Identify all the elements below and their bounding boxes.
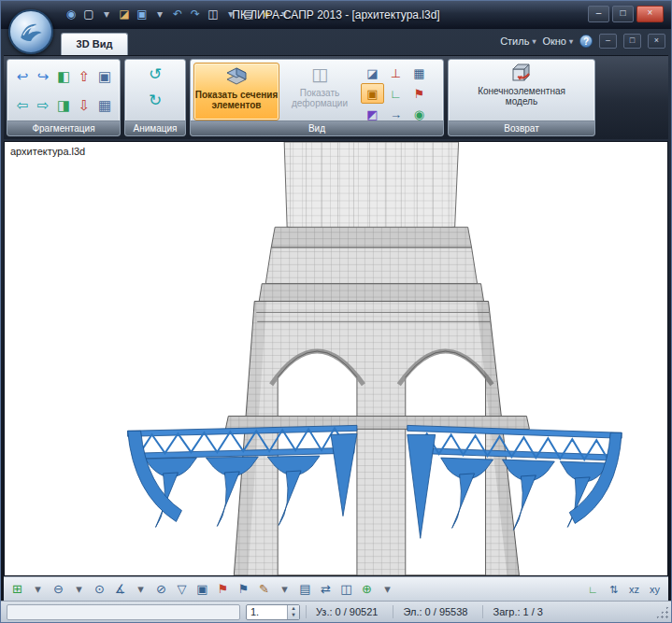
style-menu[interactable]: Стиль ▾: [500, 35, 536, 47]
arrow-view-icon[interactable]: →: [384, 104, 407, 120]
group-animation: ↺ ↻ Анимация: [124, 59, 186, 136]
child-minimize-button[interactable]: –: [599, 34, 617, 49]
cube-bottom-icon[interactable]: ▦: [94, 92, 115, 120]
isometry-cube-icon[interactable]: ◪: [361, 63, 384, 83]
chevron-down-icon: ▾: [569, 37, 573, 46]
model-file-label: архитектура.l3d: [10, 146, 85, 157]
window-controls: – □ ×: [588, 6, 664, 22]
flag-blue-icon[interactable]: ⚑: [234, 580, 253, 599]
zoom-out-icon[interactable]: ⊖: [49, 580, 68, 599]
move-down-icon[interactable]: ⇩: [74, 92, 94, 120]
viewport-canvas[interactable]: архитектура.l3d: [4, 141, 668, 576]
minimize-button[interactable]: –: [588, 6, 609, 22]
app-mini-icon[interactable]: ◉: [63, 6, 79, 22]
redo-fragment-icon[interactable]: ↪: [33, 63, 53, 92]
nodes-count: Уз.: 0 / 90521: [306, 605, 387, 618]
group-label-return: Возврат: [449, 120, 594, 135]
new-document-icon[interactable]: ▢: [80, 6, 97, 22]
chevron-down-icon: ▾: [532, 37, 536, 46]
flag-red-icon[interactable]: ⚑: [213, 580, 233, 599]
cube-filter-icon[interactable]: ▣: [193, 580, 212, 599]
window-title: ПК ЛИРА-САПР 2013 - [архитектура.l3d]: [113, 8, 559, 21]
global-axes-icon[interactable]: ⊥: [384, 63, 407, 83]
render-icon[interactable]: ◉: [407, 104, 431, 120]
right-truss: [407, 425, 622, 538]
clear-filter-icon[interactable]: ⊘: [151, 580, 171, 599]
group-view: Показать сечения элементов ◫ Показать де…: [190, 59, 444, 136]
panels-icon[interactable]: ◫: [336, 580, 356, 599]
window-menu[interactable]: Окно ▾: [542, 35, 573, 47]
step-back-icon[interactable]: ⇦: [12, 92, 33, 120]
child-restore-button[interactable]: □: [623, 34, 641, 49]
spinner-up-icon[interactable]: ▴: [288, 605, 299, 612]
loads-count: Загр.: 1 / 3: [482, 605, 551, 618]
solid-cube-icon[interactable]: ▣: [361, 83, 384, 104]
deformation-cube-icon: ◫: [311, 64, 328, 86]
local-axes-icon[interactable]: ∟: [583, 580, 603, 599]
plane-xz-icon[interactable]: xz: [624, 580, 644, 599]
fe-model-button[interactable]: Конечноэлементная модель: [452, 62, 591, 120]
table-view-icon[interactable]: ▦: [407, 63, 431, 83]
local-axes-icon[interactable]: ∟: [384, 83, 407, 104]
status-message-field: [7, 604, 240, 620]
help-button[interactable]: ?: [579, 35, 593, 48]
resize-grip[interactable]: [655, 605, 669, 619]
move-up-icon[interactable]: ⇧: [74, 63, 94, 92]
measure-angle-icon[interactable]: ∡: [110, 580, 130, 599]
show-deformations-button[interactable]: ◫ Показать деформации: [281, 63, 358, 120]
ribbon-tab-row: 3D Вид Стиль ▾ Окно ▾ ? – □ ×: [1, 29, 671, 55]
group-fragmentation: ↩ ↪ ◧ ⇧ ▣ ⇦ ⇨ ◨ ⇩ ▦: [7, 59, 121, 136]
group-label-fragmentation: Фрагментация: [7, 120, 120, 135]
status-bar: 1. ▴ ▾ Уз.: 0 / 90521 Эл.: 0 / 95538 Заг…: [1, 601, 671, 622]
rotate-ccw-icon[interactable]: ↺: [149, 64, 162, 86]
spinner-down-icon[interactable]: ▾: [288, 612, 299, 618]
load-case-selector[interactable]: 1. ▴ ▾: [246, 604, 300, 620]
fe-model-cube-icon: [510, 62, 533, 84]
app-window: ◉ ▢ ▾ ◪ ▣ ▾ ↶ ↷ ◫ ▾ ▤ ★: [0, 0, 672, 623]
pencil-icon[interactable]: ✎: [254, 580, 274, 599]
pack-fragment-icon[interactable]: ⊞: [7, 580, 27, 599]
group-return: Конечноэлементная модель Возврат: [448, 59, 595, 136]
close-button[interactable]: ×: [636, 6, 664, 22]
ribbon: ↩ ↪ ◧ ⇧ ▣ ⇦ ⇨ ◨ ⇩ ▦: [4, 55, 668, 139]
view-toolbar: ⊞ ▾ ⊖ ▾ ⊙ ∡ ▾ ⊘ ▽ ▣ ⚑ ⚑: [4, 576, 668, 602]
list-icon[interactable]: ▤: [295, 580, 315, 599]
maximize-button[interactable]: □: [612, 6, 634, 22]
app-logo[interactable]: [8, 9, 53, 54]
cube-top-icon[interactable]: ▣: [94, 63, 115, 92]
pack-dropdown[interactable]: ▾: [28, 580, 48, 599]
show-sections-icon: [224, 64, 249, 88]
add-icon[interactable]: ⊕: [357, 580, 377, 599]
rotate-cw-icon[interactable]: ↻: [149, 90, 162, 112]
plane-xy-icon[interactable]: xy: [645, 580, 665, 599]
group-label-view: Вид: [191, 120, 443, 135]
model-3d-view[interactable]: [5, 142, 667, 575]
zoom-dropdown[interactable]: ▾: [69, 580, 89, 599]
fragment-cube-icon[interactable]: ◧: [53, 63, 74, 92]
child-close-button[interactable]: ×: [648, 34, 665, 49]
lira-swirl-icon: [14, 15, 48, 49]
show-sections-button[interactable]: Показать сечения элементов: [193, 63, 279, 120]
swap-icon[interactable]: ⇄: [316, 580, 336, 599]
pencil-dropdown[interactable]: ▾: [275, 580, 294, 599]
fragment-cube-alt-icon[interactable]: ◨: [53, 92, 74, 120]
step-forward-icon[interactable]: ⇨: [33, 92, 53, 120]
elements-count: Эл.: 0 / 95538: [393, 605, 477, 618]
load-case-spinner[interactable]: ▴ ▾: [287, 605, 299, 619]
title-bar[interactable]: ◉ ▢ ▾ ◪ ▣ ▾ ↶ ↷ ◫ ▾ ▤ ★: [1, 1, 671, 29]
target-icon[interactable]: ⊙: [90, 580, 109, 599]
shadow-cube-icon[interactable]: ◩: [361, 104, 384, 120]
add-dropdown[interactable]: ▾: [378, 580, 397, 599]
measure-dropdown[interactable]: ▾: [131, 580, 150, 599]
tab-3d-view[interactable]: 3D Вид: [61, 33, 128, 55]
group-label-animation: Анимация: [125, 120, 185, 135]
undo-fragment-icon[interactable]: ↩: [12, 63, 33, 92]
flags-icon[interactable]: ⚑: [407, 83, 431, 104]
filter-icon[interactable]: ▽: [172, 580, 192, 599]
invert-axis-icon[interactable]: ⇅: [604, 580, 623, 599]
